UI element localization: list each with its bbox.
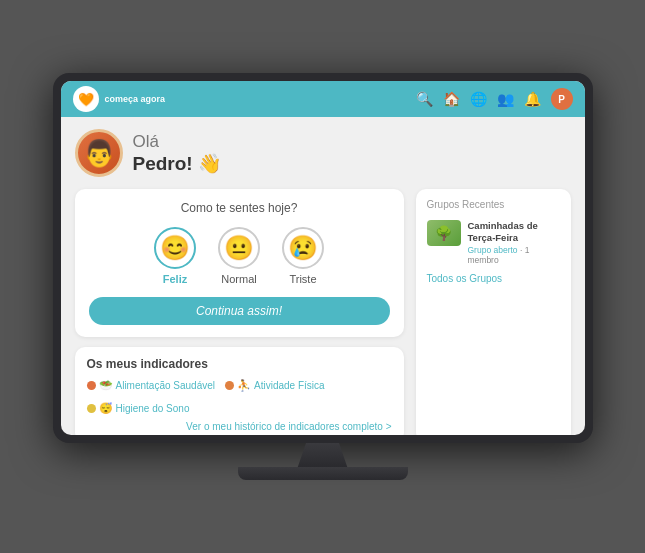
greeting-section: 👨 Olá Pedro! 👋 <box>75 129 571 177</box>
monitor-body: 🧡 começa agora 🔍 🏠 🌐 👥 🔔 P <box>53 73 593 443</box>
mood-options: 😊 Feliz 😐 Normal 😢 Triste <box>89 227 390 285</box>
dot-atividade <box>225 381 234 390</box>
mood-normal[interactable]: 😐 Normal <box>218 227 260 285</box>
left-column: Como te sentes hoje? 😊 Feliz 😐 Normal <box>75 189 404 435</box>
group-item-1[interactable]: 🌳 Caminhadas de Terça-Feira Grupo aberto… <box>427 220 560 265</box>
users-icon[interactable]: 👥 <box>497 91 514 107</box>
mood-feliz[interactable]: 😊 Feliz <box>154 227 196 285</box>
mood-card: Como te sentes hoje? 😊 Feliz 😐 Normal <box>75 189 404 337</box>
indicator-alimentacao: 🥗 Alimentação Saudável <box>87 379 216 392</box>
label-atividade: Atividade Física <box>254 380 325 391</box>
groups-card: Grupos Recentes 🌳 Caminhadas de Terça-Fe… <box>416 189 571 435</box>
logo-text: começa agora <box>105 94 166 105</box>
emoji-atividade: ⛹️ <box>237 379 251 392</box>
logo-circle: 🧡 <box>73 86 99 112</box>
mood-triste[interactable]: 😢 Triste <box>282 227 324 285</box>
right-column: Grupos Recentes 🌳 Caminhadas de Terça-Fe… <box>416 189 571 435</box>
label-higiene: Higiene do Sono <box>116 403 190 414</box>
dot-higiene <box>87 404 96 413</box>
dot-alimentacao <box>87 381 96 390</box>
group-meta-open: Grupo aberto <box>468 245 518 255</box>
user-avatar: 👨 <box>75 129 123 177</box>
mood-feliz-label: Feliz <box>163 273 187 285</box>
all-groups-link[interactable]: Todos os Grupos <box>427 273 560 284</box>
profile-avatar[interactable]: P <box>551 88 573 110</box>
greeting-text: Olá Pedro! 👋 <box>133 132 222 175</box>
label-alimentacao: Alimentação Saudável <box>116 380 216 391</box>
topnav: 🧡 começa agora 🔍 🏠 🌐 👥 🔔 P <box>61 81 585 117</box>
search-icon[interactable]: 🔍 <box>416 91 433 107</box>
greeting-name: Pedro! 👋 <box>133 152 222 175</box>
mood-triste-circle: 😢 <box>282 227 324 269</box>
group-meta-1: Grupo aberto · 1 membro <box>468 245 560 265</box>
group-info-1: Caminhadas de Terça-Feira Grupo aberto ·… <box>468 220 560 265</box>
mood-normal-circle: 😐 <box>218 227 260 269</box>
monitor-neck <box>295 443 350 467</box>
greeting-hello: Olá <box>133 132 222 152</box>
history-link[interactable]: Ver o meu histórico de indicadores compl… <box>87 421 392 432</box>
mood-feliz-circle: 😊 <box>154 227 196 269</box>
group-name-1: Caminhadas de Terça-Feira <box>468 220 560 245</box>
indicators-list: 🥗 Alimentação Saudável ⛹️ Atividade Físi… <box>87 379 392 415</box>
logo-area: 🧡 começa agora <box>73 86 166 112</box>
columns: Como te sentes hoje? 😊 Feliz 😐 Normal <box>75 189 571 435</box>
home-icon[interactable]: 🏠 <box>443 91 460 107</box>
mood-title: Como te sentes hoje? <box>89 201 390 215</box>
emoji-higiene: 😴 <box>99 402 113 415</box>
mood-normal-label: Normal <box>221 273 256 285</box>
groups-section-title: Grupos Recentes <box>427 199 560 210</box>
monitor-wrapper: 🧡 começa agora 🔍 🏠 🌐 👥 🔔 P <box>53 73 593 480</box>
globe-icon[interactable]: 🌐 <box>470 91 487 107</box>
indicators-title: Os meus indicadores <box>87 357 392 371</box>
bell-icon[interactable]: 🔔 <box>524 91 541 107</box>
continue-button[interactable]: Continua assim! <box>89 297 390 325</box>
mood-triste-label: Triste <box>289 273 316 285</box>
screen: 🧡 começa agora 🔍 🏠 🌐 👥 🔔 P <box>61 81 585 435</box>
nav-icons: 🔍 🏠 🌐 👥 🔔 P <box>416 88 573 110</box>
emoji-alimentacao: 🥗 <box>99 379 113 392</box>
indicators-card: Os meus indicadores 🥗 Alimentação Saudáv… <box>75 347 404 435</box>
indicator-atividade: ⛹️ Atividade Física <box>225 379 325 392</box>
group-thumbnail-1: 🌳 <box>427 220 461 246</box>
monitor-base <box>238 467 408 480</box>
indicator-higiene: 😴 Higiene do Sono <box>87 402 190 415</box>
main-content: 👨 Olá Pedro! 👋 Como te sentes hoje? <box>61 117 585 435</box>
